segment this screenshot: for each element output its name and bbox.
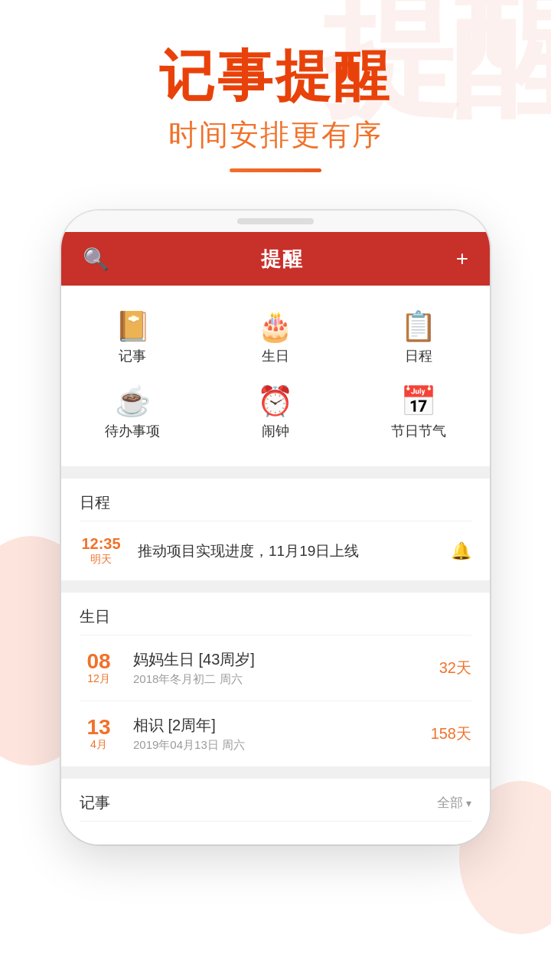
birthday-info-2: 相识 [2周年] 2019年04月13日 周六 <box>133 715 416 753</box>
section-sep-1 <box>61 466 490 479</box>
category-item-2[interactable]: 📋日程 <box>347 304 490 379</box>
category-item-5[interactable]: 📅节日节气 <box>347 379 490 454</box>
birthday-name-1: 妈妈生日 [43周岁] <box>133 649 424 670</box>
category-item-3[interactable]: ☕待办事项 <box>61 379 204 454</box>
birthday-name-2: 相识 [2周年] <box>133 715 416 736</box>
schedule-text: 推动项目实现进度，11月19日上线 <box>138 541 435 561</box>
search-icon[interactable]: 🔍 <box>83 247 109 272</box>
birthday-detail-2: 2019年04月13日 周六 <box>133 738 416 753</box>
notes-section-header: 记事 全部 ▾ <box>61 779 490 821</box>
phone-mockup: 🔍 提醒 + 📔记事🎂生日📋日程☕待办事项⏰闹钟📅节日节气 日程 12:35 明… <box>61 211 490 844</box>
phone-notch-bar <box>61 211 490 232</box>
add-icon[interactable]: + <box>456 247 468 271</box>
sub-title: 时间安排更有序 <box>0 116 551 155</box>
birthday-date-1: 08 12月 <box>80 651 118 686</box>
birthday-countdown-2: 158天 <box>431 724 471 744</box>
category-icon-4: ⏰ <box>257 387 293 416</box>
birthday-item-1[interactable]: 08 12月 妈妈生日 [43周岁] 2018年冬月初二 周六 32天 <box>61 635 490 701</box>
category-item-4[interactable]: ⏰闹钟 <box>204 379 347 454</box>
notes-action[interactable]: 全部 <box>437 794 463 812</box>
birthday-section-header: 生日 <box>61 593 490 635</box>
category-label-1: 生日 <box>262 347 289 365</box>
category-icon-3: ☕ <box>115 387 151 416</box>
schedule-section-header: 日程 <box>61 479 490 521</box>
birthday-month-1: 12月 <box>80 672 118 686</box>
notes-section-title: 记事 <box>80 792 110 813</box>
schedule-time: 12:35 明天 <box>80 535 122 567</box>
birthday-section-title: 生日 <box>80 606 110 627</box>
schedule-time-main: 12:35 <box>80 535 122 553</box>
category-label-2: 日程 <box>405 347 432 365</box>
category-label-5: 节日节气 <box>391 422 446 440</box>
category-grid: 📔记事🎂生日📋日程☕待办事项⏰闹钟📅节日节气 <box>61 286 490 466</box>
section-sep-3 <box>61 766 490 779</box>
notes-action-wrap[interactable]: 全部 ▾ <box>437 794 471 812</box>
birthday-section: 生日 08 12月 妈妈生日 [43周岁] 2018年冬月初二 周六 32天 <box>61 593 490 766</box>
main-title: 记事提醒 <box>0 46 551 106</box>
schedule-time-sub: 明天 <box>80 553 122 567</box>
category-item-1[interactable]: 🎂生日 <box>204 304 347 379</box>
app-header: 🔍 提醒 + <box>61 232 490 286</box>
category-icon-5: 📅 <box>400 387 436 416</box>
birthday-item-2[interactable]: 13 4月 相识 [2周年] 2019年04月13日 周六 158天 <box>61 701 490 766</box>
birthday-day-1: 08 <box>80 651 118 672</box>
app-title: 提醒 <box>261 246 304 273</box>
category-label-4: 闹钟 <box>262 422 289 440</box>
birthday-info-1: 妈妈生日 [43周岁] 2018年冬月初二 周六 <box>133 649 424 687</box>
category-icon-1: 🎂 <box>257 312 293 341</box>
schedule-section: 日程 12:35 明天 推动项目实现进度，11月19日上线 🔔 <box>61 479 490 580</box>
birthday-day-2: 13 <box>80 717 118 738</box>
bell-icon: 🔔 <box>451 541 471 561</box>
notes-section: 记事 全部 ▾ <box>61 779 490 844</box>
section-sep-2 <box>61 580 490 593</box>
category-item-0[interactable]: 📔记事 <box>61 304 204 379</box>
birthday-date-2: 13 4月 <box>80 717 118 752</box>
top-section: 记事提醒 时间安排更有序 <box>0 0 551 195</box>
app-content: 📔记事🎂生日📋日程☕待办事项⏰闹钟📅节日节气 日程 12:35 明天 推动项目实… <box>61 286 490 844</box>
phone-container: 🔍 提醒 + 📔记事🎂生日📋日程☕待办事项⏰闹钟📅节日节气 日程 12:35 明… <box>0 211 551 844</box>
category-label-0: 记事 <box>119 347 146 365</box>
category-icon-2: 📋 <box>400 312 436 341</box>
schedule-section-title: 日程 <box>80 492 110 513</box>
birthday-month-2: 4月 <box>80 738 118 752</box>
birthday-countdown-1: 32天 <box>439 658 471 678</box>
category-icon-0: 📔 <box>115 312 151 341</box>
phone-notch-pill <box>237 218 314 224</box>
chevron-down-icon: ▾ <box>466 797 471 809</box>
schedule-item[interactable]: 12:35 明天 推动项目实现进度，11月19日上线 🔔 <box>61 521 490 580</box>
notes-partial-item <box>61 822 490 844</box>
birthday-detail-1: 2018年冬月初二 周六 <box>133 672 424 687</box>
category-label-3: 待办事项 <box>105 422 160 440</box>
title-underline <box>230 168 321 172</box>
